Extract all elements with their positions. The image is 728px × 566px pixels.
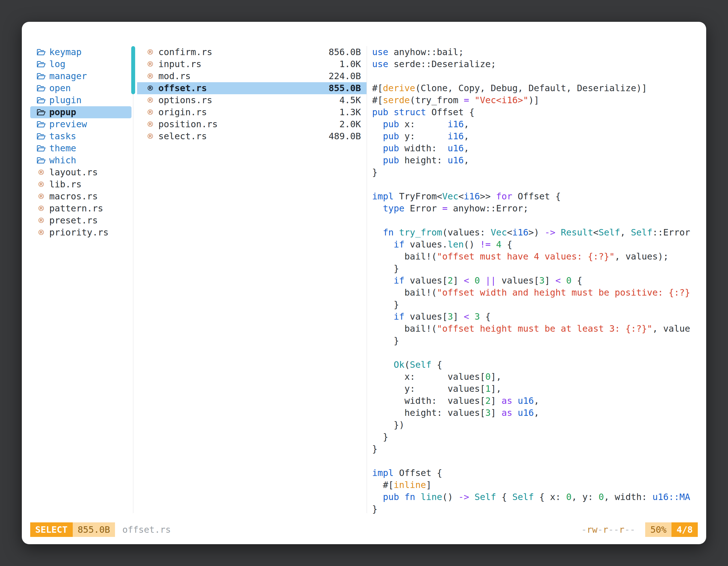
- code-line: }: [372, 503, 704, 515]
- code-line: pub x: i16,: [372, 118, 704, 130]
- file-name: position.rs: [158, 118, 218, 130]
- sidebar-item-tasks[interactable]: tasks: [30, 130, 131, 142]
- sidebar-item-lib-rs[interactable]: ®lib.rs: [30, 179, 131, 191]
- code-line: impl TryFrom<Vec<i16>> for Offset {: [372, 191, 704, 203]
- file-size-badge: 855.0B: [73, 522, 115, 537]
- file-size: 1.0K: [339, 58, 361, 70]
- scrollbar-thumb[interactable]: [131, 46, 135, 94]
- code-line: }: [372, 166, 704, 179]
- file-name: offset.rs: [158, 82, 207, 94]
- sidebar-item-label: lib.rs: [49, 179, 82, 191]
- sidebar-item-theme[interactable]: theme: [30, 142, 131, 154]
- file-row-position-rs[interactable]: ®position.rs2.0K: [137, 118, 367, 130]
- rust-file-icon: ®: [145, 108, 155, 117]
- code-line: pub fn line() -> Self { Self { x: 0, y: …: [372, 491, 704, 503]
- sidebar-item-macros-rs[interactable]: ®macros.rs: [30, 191, 131, 203]
- mode-badge: SELECT: [30, 522, 73, 537]
- rust-file-icon: ®: [145, 132, 155, 141]
- code-line: impl Offset {: [372, 467, 704, 479]
- sidebar-item-popup[interactable]: popup: [30, 106, 131, 118]
- status-right-group: -rw-r--r-- 50% 4/8: [581, 522, 698, 537]
- code-line: pub height: u16,: [372, 154, 704, 166]
- rust-file-icon: ®: [36, 228, 46, 238]
- rust-file-icon: ®: [145, 48, 155, 57]
- folder-icon: [36, 84, 46, 93]
- code-line: }): [372, 419, 704, 431]
- code-line: pub struct Offset {: [372, 106, 704, 118]
- code-line: bail!("offset must have 4 values: {:?}",…: [372, 251, 704, 263]
- code-line: [372, 179, 704, 191]
- sidebar-item-label: log: [49, 58, 65, 70]
- pane-divider-left: [133, 46, 133, 513]
- file-row-confirm-rs[interactable]: ®confirm.rs856.0B: [137, 46, 367, 58]
- rust-file-icon: ®: [36, 180, 46, 189]
- sidebar-item-label: macros.rs: [49, 191, 98, 203]
- code-line: y: values[1],: [372, 383, 704, 395]
- sidebar-item-open[interactable]: open: [30, 82, 131, 94]
- file-name: input.rs: [158, 58, 201, 70]
- pane-divider-right: [367, 46, 367, 513]
- rust-file-icon: ®: [145, 96, 155, 105]
- sidebar-item-preset-rs[interactable]: ®preset.rs: [30, 215, 131, 227]
- file-manager-window: keymaplogmanageropenpluginpopuppreviewta…: [22, 22, 706, 544]
- cursor-position-badge: 4/8: [671, 522, 698, 537]
- sidebar-item-label: pattern.rs: [49, 203, 103, 215]
- folder-icon: [36, 156, 46, 165]
- sidebar-item-preview[interactable]: preview: [30, 118, 131, 130]
- sidebar-item-priority-rs[interactable]: ®priority.rs: [30, 227, 131, 239]
- code-line: type Error = anyhow::Error;: [372, 203, 704, 215]
- sidebar-item-manager[interactable]: manager: [30, 70, 131, 82]
- sidebar-item-layout-rs[interactable]: ®layout.rs: [30, 166, 131, 179]
- folder-icon: [36, 144, 46, 153]
- sidebar-item-label: preview: [49, 118, 87, 130]
- parent-pane: keymaplogmanageropenpluginpopuppreviewta…: [30, 46, 131, 239]
- file-size: 1.3K: [339, 106, 361, 118]
- permissions: -rw-r--r--: [581, 524, 635, 535]
- folder-icon: [36, 96, 46, 105]
- code-line: [372, 455, 704, 467]
- sidebar-item-label: layout.rs: [49, 166, 98, 179]
- sidebar-item-pattern-rs[interactable]: ®pattern.rs: [30, 203, 131, 215]
- code-line: use anyhow::bail;: [372, 46, 704, 58]
- folder-icon: [36, 48, 46, 57]
- scroll-percent-badge: 50%: [645, 522, 671, 537]
- code-line: }: [372, 335, 704, 347]
- file-size: 224.0B: [328, 70, 361, 82]
- file-row-mod-rs[interactable]: ®mod.rs224.0B: [137, 70, 367, 82]
- code-line: }: [372, 263, 704, 275]
- file-row-input-rs[interactable]: ®input.rs1.0K: [137, 58, 367, 70]
- code-line: if values[3] < 3 {: [372, 311, 704, 323]
- folder-icon: [36, 72, 46, 81]
- folder-icon: [36, 120, 46, 129]
- sidebar-item-which[interactable]: which: [30, 154, 131, 166]
- folder-icon: [36, 60, 46, 69]
- code-line: if values.len() != 4 {: [372, 239, 704, 251]
- code-line: pub width: u16,: [372, 142, 704, 154]
- rust-file-icon: ®: [36, 216, 46, 226]
- sidebar-item-label: tasks: [49, 130, 76, 142]
- file-name: confirm.rs: [158, 46, 212, 58]
- sidebar-item-label: preset.rs: [49, 215, 98, 227]
- file-row-offset-rs[interactable]: ®offset.rs855.0B: [137, 82, 367, 94]
- code-line: Ok(Self {: [372, 359, 704, 371]
- code-line: }: [372, 443, 704, 455]
- file-row-origin-rs[interactable]: ®origin.rs1.3K: [137, 106, 367, 118]
- rust-file-icon: ®: [145, 120, 155, 129]
- code-line: }: [372, 299, 704, 311]
- rust-file-icon: ®: [145, 72, 155, 81]
- code-line: }: [372, 431, 704, 443]
- file-row-options-rs[interactable]: ®options.rs4.5K: [137, 94, 367, 106]
- sidebar-item-keymap[interactable]: keymap: [30, 46, 131, 58]
- code-line: pub y: i16,: [372, 130, 704, 142]
- file-size: 489.0B: [328, 130, 361, 142]
- sidebar-item-log[interactable]: log: [30, 58, 131, 70]
- sidebar-item-label: plugin: [49, 94, 82, 106]
- code-line: [372, 70, 704, 82]
- sidebar-item-label: keymap: [49, 46, 82, 58]
- sidebar-item-plugin[interactable]: plugin: [30, 94, 131, 106]
- rust-file-icon: ®: [145, 84, 155, 93]
- file-name: origin.rs: [158, 106, 207, 118]
- status-bar: SELECT 855.0B offset.rs -rw-r--r-- 50% 4…: [30, 522, 698, 537]
- file-row-select-rs[interactable]: ®select.rs489.0B: [137, 130, 367, 142]
- file-size: 855.0B: [328, 82, 361, 94]
